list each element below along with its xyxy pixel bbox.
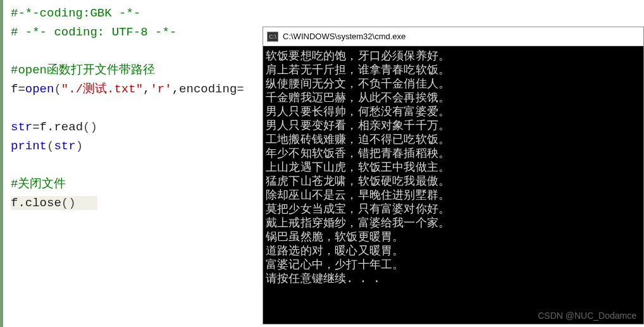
- kwarg: encoding: [179, 82, 237, 96]
- paren: (: [47, 139, 54, 153]
- comment-line: # -*- coding: UTF-8 -*-: [11, 25, 176, 39]
- var-name: str: [54, 139, 75, 153]
- string-literal: 'r': [150, 82, 171, 96]
- code-token: f.: [11, 196, 25, 210]
- string-literal: "./测试.txt": [61, 82, 143, 96]
- comment-line: #open函数打开文件带路径: [11, 63, 155, 77]
- cmd-window[interactable]: C:\ C:\WINDOWS\system32\cmd.exe 软饭要想吃的饱，…: [263, 27, 644, 324]
- comma: ,: [143, 82, 150, 96]
- cmd-title-bar[interactable]: C:\ C:\WINDOWS\system32\cmd.exe: [263, 27, 643, 46]
- cmd-icon: C:\: [267, 32, 278, 42]
- builtin-func: print: [11, 139, 47, 153]
- paren: ): [76, 139, 83, 153]
- cmd-output[interactable]: 软饭要想吃的饱，牙口必须保养好。 肩上若无千斤担，谁拿青春吃软饭。 纵使腰间无分…: [263, 46, 643, 324]
- comment-line: #-*-coding:GBK -*-: [11, 6, 140, 20]
- method-name: close: [25, 196, 61, 210]
- paren: (: [54, 82, 61, 96]
- comment-line: #关闭文件: [11, 177, 66, 191]
- watermark-text: CSDN @NUC_Dodamce: [538, 311, 636, 321]
- cmd-window-title: C:\WINDOWS\system32\cmd.exe: [283, 32, 406, 41]
- paren: (): [61, 196, 76, 210]
- paren: (): [83, 120, 97, 134]
- code-token: =f.: [32, 120, 54, 134]
- method-name: read: [54, 120, 83, 134]
- code-token: f: [11, 82, 18, 96]
- var-name: str: [11, 120, 32, 134]
- code-token: =: [237, 82, 244, 96]
- comma: ,: [172, 82, 179, 96]
- builtin-func: open: [25, 82, 54, 96]
- code-token: =: [18, 82, 25, 96]
